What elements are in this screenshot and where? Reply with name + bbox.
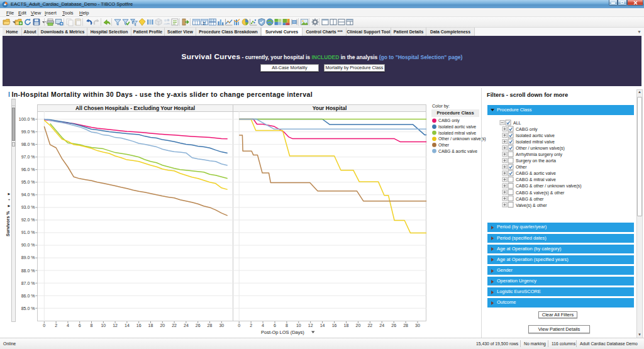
svg-text:Isolated mitral valve: Isolated mitral valve — [438, 131, 476, 135]
svg-text:12: 12 — [113, 323, 118, 328]
svg-text:85.0 %: 85.0 % — [21, 306, 35, 311]
svg-text:Other: Other — [438, 143, 450, 147]
svg-text:CABG & other: CABG & other — [516, 197, 544, 201]
svg-text:22: 22 — [367, 323, 372, 328]
svg-text:86.0 %: 86.0 % — [21, 294, 35, 298]
svg-text:87.0 %: 87.0 % — [21, 281, 35, 285]
svg-text:92.0 %: 92.0 % — [21, 218, 35, 222]
svg-text:Other / unknown valve(s): Other / unknown valve(s) — [438, 136, 486, 141]
svg-text:Other: Other — [516, 165, 527, 169]
svg-text:30: 30 — [415, 323, 420, 328]
svg-text:2: 2 — [250, 323, 252, 328]
svg-text:All Chosen Hospitals - Excludi: All Chosen Hospitals - Excluding Your Ho… — [75, 105, 195, 111]
svg-text:18: 18 — [344, 323, 349, 328]
svg-text:91.0 %: 91.0 % — [21, 230, 35, 235]
svg-text:Surgery on the aorta: Surgery on the aorta — [516, 158, 556, 163]
svg-text:20: 20 — [356, 323, 361, 328]
svg-text:88.0 %: 88.0 % — [21, 269, 35, 273]
svg-text:22: 22 — [172, 323, 177, 328]
svg-text:4: 4 — [67, 323, 69, 328]
svg-text:93.0 %: 93.0 % — [21, 205, 35, 209]
svg-text:26: 26 — [196, 323, 201, 328]
svg-text:24: 24 — [379, 323, 384, 328]
svg-text:98.0 %: 98.0 % — [21, 142, 35, 147]
svg-text:4: 4 — [262, 323, 264, 328]
svg-text:ALL: ALL — [513, 121, 521, 125]
svg-text:90.0 %: 90.0 % — [21, 243, 35, 247]
svg-text:Your Hospital: Your Hospital — [313, 105, 347, 111]
svg-text:14: 14 — [125, 323, 130, 328]
svg-text:96.0 %: 96.0 % — [21, 167, 35, 172]
svg-text:6: 6 — [79, 323, 81, 328]
svg-text:Isolated mitral valve: Isolated mitral valve — [516, 140, 555, 144]
svg-text:16: 16 — [332, 323, 337, 328]
svg-text:Valve(s) & other: Valve(s) & other — [516, 203, 547, 208]
svg-text:CABG & aortic valve: CABG & aortic valve — [516, 171, 556, 175]
svg-text:Post-Op LOS (Days): Post-Op LOS (Days) — [261, 330, 304, 335]
svg-text:0: 0 — [238, 323, 240, 328]
svg-text:Other / unknown valve(s): Other / unknown valve(s) — [516, 146, 565, 151]
svg-text:30: 30 — [219, 323, 224, 328]
svg-text:10: 10 — [296, 323, 301, 328]
svg-text:95.0 %: 95.0 % — [21, 180, 35, 184]
svg-text:99.0 %: 99.0 % — [21, 130, 35, 134]
svg-text:Isolated aortic valve: Isolated aortic valve — [516, 133, 555, 138]
svg-text:CABG & other / unknown valve(s: CABG & other / unknown valve(s) — [516, 184, 582, 189]
svg-text:89.0 %: 89.0 % — [21, 255, 35, 260]
svg-text:18: 18 — [148, 323, 153, 328]
svg-text:28: 28 — [208, 323, 213, 328]
svg-text:100.0 %: 100.0 % — [19, 117, 35, 121]
svg-text:16: 16 — [136, 323, 142, 328]
svg-text:94.0 %: 94.0 % — [21, 192, 35, 197]
svg-text:6: 6 — [274, 323, 276, 328]
svg-text:CABG only: CABG only — [516, 127, 538, 132]
svg-text:CABG & valve(s) & other: CABG & valve(s) & other — [516, 191, 565, 196]
svg-text:CABG only: CABG only — [438, 118, 460, 123]
svg-text:10: 10 — [101, 323, 106, 328]
svg-text:2: 2 — [55, 323, 57, 328]
svg-text:8: 8 — [286, 323, 288, 328]
svg-text:Arrhythmia surgery only: Arrhythmia surgery only — [516, 152, 562, 157]
svg-text:0: 0 — [43, 323, 45, 328]
svg-text:CABG & mitral valve: CABG & mitral valve — [516, 177, 556, 182]
svg-text:97.0 %: 97.0 % — [21, 155, 35, 159]
svg-text:CABG & aortic valve: CABG & aortic valve — [438, 149, 477, 153]
svg-text:28: 28 — [403, 323, 408, 328]
svg-text:14: 14 — [320, 323, 325, 328]
svg-text:26: 26 — [391, 323, 396, 328]
svg-text:Isolated aortic valve: Isolated aortic valve — [438, 125, 476, 129]
svg-text:24: 24 — [184, 323, 189, 328]
svg-text:8: 8 — [91, 323, 93, 328]
svg-text:20: 20 — [160, 323, 165, 328]
svg-text:12: 12 — [308, 323, 313, 328]
